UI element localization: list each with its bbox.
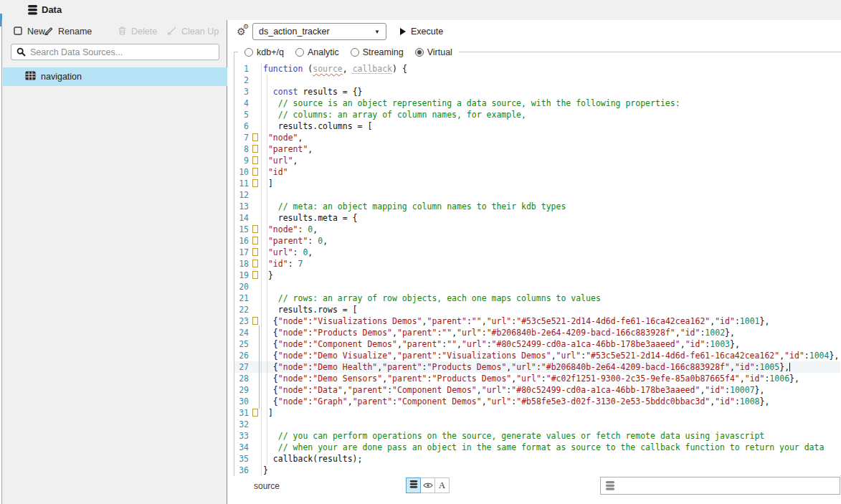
radio-virtual[interactable]: Virtual xyxy=(415,47,452,57)
code-line[interactable]: 24 {"node":"Products Demos","parent":"",… xyxy=(234,327,840,338)
radio-analytic[interactable]: Analytic xyxy=(295,47,339,57)
new-button[interactable]: New xyxy=(14,25,45,38)
code-line[interactable]: 20 xyxy=(234,281,840,293)
code-line[interactable]: 1function (source, callback) { xyxy=(234,63,840,75)
code-line[interactable]: 2 xyxy=(234,75,840,86)
code-text: // columns: an array of column names, fo… xyxy=(261,109,526,120)
code-line[interactable]: 27 {"node":"Demo Health","parent":"Produ… xyxy=(234,361,840,373)
new-icon xyxy=(14,27,22,37)
fold-marker-icon[interactable] xyxy=(252,409,258,417)
code-line[interactable]: 36} xyxy=(234,465,840,476)
datasource-select[interactable]: ds_action_tracker ▼ xyxy=(252,23,386,40)
fold-marker-icon[interactable] xyxy=(252,225,258,233)
gutter-cell xyxy=(252,201,261,212)
fold-marker-icon[interactable] xyxy=(252,145,258,153)
code-line[interactable]: 11 ] xyxy=(234,178,840,189)
gutter-cell xyxy=(252,75,261,86)
delete-button[interactable]: Delete xyxy=(118,25,157,38)
code-text: } xyxy=(261,270,273,281)
line-number: 29 xyxy=(234,384,252,396)
code-line[interactable]: 25 {"node":"Component Demos","parent":""… xyxy=(234,338,840,350)
code-line[interactable]: 28 {"node":"Demo Sensors","parent":"Prod… xyxy=(234,373,840,384)
radio-streaming[interactable]: Streaming xyxy=(351,47,404,57)
clean-up-button[interactable]: Clean Up xyxy=(167,25,219,38)
gutter-cell xyxy=(252,304,261,315)
data-source-item-navigation[interactable]: navigation xyxy=(3,67,227,86)
code-line[interactable]: 5 // columns: an array of column names, … xyxy=(234,109,840,120)
code-line[interactable]: 22 results.rows = [ xyxy=(234,304,840,315)
settings-gears-icon[interactable]: ⚙ ⚙ xyxy=(237,25,251,38)
fold-marker-icon[interactable] xyxy=(252,271,258,279)
line-number: 8 xyxy=(234,143,252,155)
fold-marker-icon[interactable] xyxy=(252,133,258,141)
gutter-cell xyxy=(252,132,261,143)
code-editor[interactable]: 1function (source, callback) {23 const r… xyxy=(234,63,840,476)
code-text: } xyxy=(261,465,268,476)
search-input[interactable] xyxy=(30,47,219,57)
code-line[interactable]: 16 "parent": 0, xyxy=(234,235,840,247)
code-line[interactable]: 18 "id": 7 xyxy=(234,258,840,270)
code-text: {"node":"Graph","parent":"Component Demo… xyxy=(261,396,769,407)
radio-kdb-q[interactable]: kdb+/q xyxy=(244,47,284,57)
code-line[interactable]: 31 ] xyxy=(234,407,840,419)
rename-button[interactable]: Rename xyxy=(44,25,92,38)
code-line[interactable]: 29 {"node":"Data","parent":"Component De… xyxy=(234,384,840,396)
fold-range-guide xyxy=(259,325,260,409)
code-line[interactable]: 15 "node": 0, xyxy=(234,224,840,235)
code-line[interactable]: 7 "node", xyxy=(234,132,840,143)
rename-label: Rename xyxy=(58,27,92,37)
code-line[interactable]: 30 {"node":"Graph","parent":"Component D… xyxy=(234,396,840,407)
code-line[interactable]: 3 const results = {} xyxy=(234,86,840,98)
code-text: {"node":"Products Demos","parent":"","ur… xyxy=(261,327,735,338)
view-text-button[interactable]: A xyxy=(434,477,450,493)
execute-button[interactable]: Execute xyxy=(400,25,443,38)
code-text: "url", xyxy=(261,155,298,166)
fold-marker-icon[interactable] xyxy=(252,156,258,164)
code-line[interactable]: 8 "parent", xyxy=(234,143,840,155)
fold-marker-icon[interactable] xyxy=(252,317,258,325)
gutter-cell xyxy=(252,120,261,132)
gutter-cell xyxy=(252,338,261,350)
gutter-cell xyxy=(252,235,261,247)
table-icon xyxy=(25,70,36,83)
line-number: 24 xyxy=(234,327,252,338)
code-line[interactable]: 10 "id" xyxy=(234,166,840,178)
code-line[interactable]: 13 // meta: an object mapping column nam… xyxy=(234,201,840,212)
code-line[interactable]: 32 xyxy=(234,419,840,430)
source-param-input[interactable] xyxy=(600,477,840,495)
source-type-selector: kdb+/q Analytic Streaming Virtual xyxy=(238,46,459,58)
code-line[interactable]: 4 // source is an object representing a … xyxy=(234,98,840,109)
radio-label: Virtual xyxy=(427,47,452,57)
line-number: 28 xyxy=(234,373,252,384)
line-number: 7 xyxy=(234,132,252,143)
code-text: "id" xyxy=(261,166,288,178)
code-line[interactable]: 6 results.columns = [ xyxy=(234,120,840,132)
code-line[interactable]: 19 } xyxy=(234,270,840,281)
code-line[interactable]: 17 "url": 0, xyxy=(234,247,840,258)
code-line[interactable]: 23 {"node":"Visualizations Demos","paren… xyxy=(234,315,840,327)
view-data-button[interactable] xyxy=(406,477,421,493)
code-line[interactable]: 35 callback(results); xyxy=(234,453,840,465)
fold-marker-icon[interactable] xyxy=(252,237,258,244)
radio-icon xyxy=(295,48,304,57)
fold-marker-icon[interactable] xyxy=(252,168,258,176)
editor-panel: ⚙ ⚙ ds_action_tracker ▼ Execute kdb+/q A… xyxy=(228,20,841,504)
code-line[interactable]: 33 // you can perform operations on the … xyxy=(234,430,840,442)
code-text xyxy=(261,281,263,293)
code-line[interactable]: 12 xyxy=(234,189,840,201)
fold-marker-icon[interactable] xyxy=(252,260,258,267)
gutter-cell xyxy=(252,212,261,224)
gutter-cell xyxy=(252,63,261,75)
code-line[interactable]: 26 {"node":"Demo Visualize","parent":"Vi… xyxy=(234,350,840,361)
line-number: 6 xyxy=(234,120,252,132)
panel-title: Data xyxy=(42,4,62,15)
code-line[interactable]: 14 results.meta = { xyxy=(234,212,840,224)
view-preview-button[interactable] xyxy=(420,477,435,493)
code-line[interactable]: 9 "url", xyxy=(234,155,840,166)
code-text: "parent": 0, xyxy=(261,235,328,247)
code-line[interactable]: 21 // rows: an array of row objects, eac… xyxy=(234,293,840,304)
code-line[interactable]: 34 // when your are done pass an object … xyxy=(234,442,840,453)
fold-marker-icon[interactable] xyxy=(252,179,258,187)
code-text: ] xyxy=(261,407,273,419)
fold-marker-icon[interactable] xyxy=(252,248,258,256)
